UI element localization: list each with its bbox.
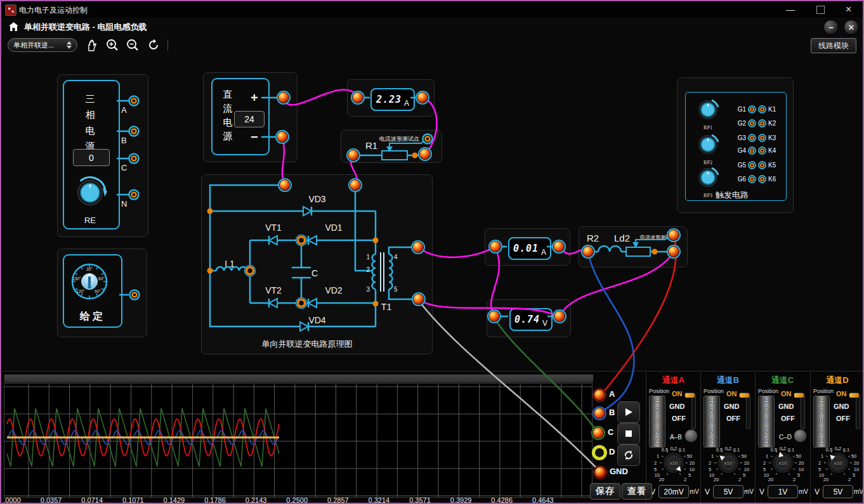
stop-button[interactable] xyxy=(617,423,640,444)
dial-degree-label: 30° xyxy=(86,267,93,271)
knob-scale-label: 50 xyxy=(796,453,801,459)
switch-track[interactable] xyxy=(801,394,805,429)
volt-prefix-label: V xyxy=(815,488,820,496)
pair-button-A–B[interactable] xyxy=(684,429,698,443)
switch-lever[interactable] xyxy=(794,392,804,398)
gate-terminal-ring[interactable] xyxy=(758,105,766,113)
zoom-in-icon[interactable] xyxy=(105,38,119,52)
gate-terminal-ring[interactable] xyxy=(758,119,766,127)
switch-on-label[interactable]: ON xyxy=(726,390,737,397)
gate-terminal-ring[interactable] xyxy=(748,134,756,142)
gate-terminal-ring[interactable] xyxy=(748,105,756,113)
gate-terminal-ring[interactable] xyxy=(758,146,766,155)
refresh-icon[interactable] xyxy=(147,38,160,52)
axis-label: 0.0714 xyxy=(81,496,103,504)
window-close-icon[interactable]: × xyxy=(846,4,851,15)
gate-terminal-ring[interactable] xyxy=(748,175,756,183)
scope-axis-labels: 0.00000.03570.07140.10710.14290.17860.21… xyxy=(4,496,592,504)
circuit-selector-dropdown[interactable]: 单相并联逆... xyxy=(8,38,77,52)
switch-off-label[interactable]: OFF xyxy=(836,415,850,422)
switch-gnd-label[interactable]: GND xyxy=(724,403,739,410)
three-phase-value-field[interactable]: 0 xyxy=(73,149,110,166)
knob-scale-label: 20 xyxy=(690,460,695,466)
gate-row-G4: G4K4 xyxy=(733,145,789,155)
window-maximize-icon[interactable] xyxy=(816,6,825,14)
play-icon xyxy=(624,408,633,417)
window-minimize-icon[interactable]: — xyxy=(786,5,795,14)
channel-value-field-通道C[interactable]: 1V xyxy=(768,485,798,498)
r2-test-label: 电流波形测试点 xyxy=(640,234,676,241)
volt-prefix-label: V xyxy=(759,488,764,496)
position-slider[interactable]: 42024 xyxy=(813,396,830,448)
knob-scale-label: 2 xyxy=(763,460,766,466)
gate-terminal-ring[interactable] xyxy=(748,161,756,169)
switch-on-label[interactable]: ON xyxy=(672,390,683,397)
three-phase-source-panel: 三相电源 0 RE A B C N xyxy=(57,74,148,237)
pair-button-C–D[interactable] xyxy=(794,429,807,443)
panel-minimize-button[interactable]: − xyxy=(823,20,839,35)
switch-on-label[interactable]: ON xyxy=(781,390,792,397)
axis-label: 0.2143 xyxy=(245,496,267,504)
dc-minus-label: − xyxy=(251,130,258,145)
channel-value-field-通道D[interactable]: 5V xyxy=(823,485,853,498)
position-slider[interactable]: 42024 xyxy=(758,396,775,448)
switch-off-label[interactable]: OFF xyxy=(781,415,795,422)
knob-center-label: x10 xyxy=(834,460,842,466)
pan-hand-icon[interactable] xyxy=(85,38,99,52)
switch-gnd-label[interactable]: GND xyxy=(778,403,794,410)
switch-lever[interactable] xyxy=(684,392,695,398)
switch-on-label[interactable]: ON xyxy=(836,390,847,397)
dial-degree-label: 150° xyxy=(72,276,81,281)
gain-knob-通道C[interactable]: 0.50.20.1502010521251020x10 xyxy=(756,446,810,485)
terminal-label-a: A xyxy=(121,105,127,115)
play-button[interactable] xyxy=(617,401,640,423)
home-icon[interactable] xyxy=(8,22,19,32)
gate-terminal-ring[interactable] xyxy=(748,146,756,155)
switch-gnd-label[interactable]: GND xyxy=(669,403,684,410)
scope-scrollbar[interactable] xyxy=(4,374,594,383)
three-phase-title: 三相电源 xyxy=(63,91,117,154)
zoom-out-icon[interactable] xyxy=(126,38,140,52)
switch-track[interactable] xyxy=(856,394,860,429)
trigger-panel: RP1RP2RP3 G1K1G2K2G3K3G4K4G5K5G6K6 触发电路 xyxy=(677,77,794,213)
switch-lever[interactable] xyxy=(849,392,860,398)
gate-label-K5: K5 xyxy=(768,162,781,169)
axis-label: 0.4643 xyxy=(532,496,554,504)
ammeter2-display: 0.01 A xyxy=(508,237,551,260)
gate-terminal-ring[interactable] xyxy=(758,175,766,183)
dc-value-field[interactable]: 24 xyxy=(234,111,265,127)
mv-suffix-label: mV xyxy=(690,488,699,495)
swap-button[interactable] xyxy=(617,444,640,466)
position-label: Position xyxy=(758,388,778,394)
position-slider[interactable]: 42024 xyxy=(704,396,720,448)
value-row: V1VmV xyxy=(756,485,809,500)
switch-lever[interactable] xyxy=(739,392,750,398)
scope-terminal-label-GND: GND xyxy=(610,467,628,476)
position-slider[interactable]: 42024 xyxy=(649,396,665,448)
panel-close-button[interactable]: ✕ xyxy=(844,20,859,35)
view-button[interactable]: 查看 xyxy=(622,483,652,500)
gate-terminal-ring[interactable] xyxy=(748,119,756,127)
given-dial-knob[interactable]: 30°60°90°120°150° xyxy=(69,258,111,304)
switch-track[interactable] xyxy=(746,394,750,429)
switch-gnd-label[interactable]: GND xyxy=(834,403,849,410)
re-knob[interactable] xyxy=(63,169,117,214)
switch-off-label[interactable]: OFF xyxy=(726,415,740,422)
switch-off-label[interactable]: OFF xyxy=(672,415,686,422)
knob-scale-label: 0.1 xyxy=(788,447,794,453)
gate-terminal-ring[interactable] xyxy=(758,161,766,169)
channel-value-field-通道B[interactable]: 5V xyxy=(713,485,743,498)
gate-terminal-ring[interactable] xyxy=(758,134,766,142)
save-button[interactable]: 保存 xyxy=(590,483,620,500)
channel-value-field-通道A[interactable]: 20mV xyxy=(658,485,689,498)
switch-track[interactable] xyxy=(691,394,696,429)
position-label: Position xyxy=(813,388,834,394)
gain-knob-通道D[interactable]: 0.50.20.1502010521251020x10 xyxy=(811,446,864,485)
line-module-button[interactable]: 线路模块 xyxy=(811,38,856,53)
dial-degree-label: 60° xyxy=(98,276,105,281)
knob-scale-label: 2 xyxy=(793,477,795,482)
gain-knob-通道B[interactable]: 0.50.20.1502010521251020x10 xyxy=(701,446,756,485)
inverter-caption: 单向并联逆变电路原理图 xyxy=(262,339,353,350)
window-title: 电力电子及运动控制 xyxy=(19,5,88,16)
gain-knob-通道A[interactable]: 0.50.20.1502010521251020x10 xyxy=(646,446,701,485)
